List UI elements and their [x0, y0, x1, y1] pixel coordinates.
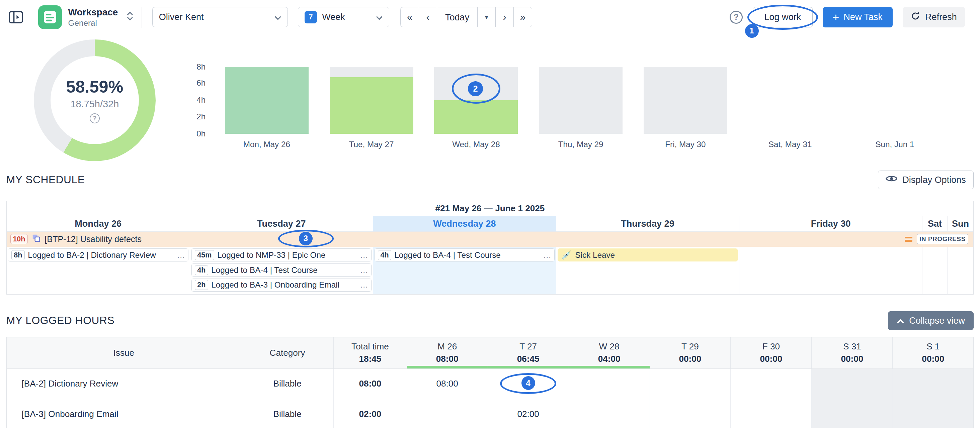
- column-category: Category: [241, 338, 333, 368]
- card-menu-icon[interactable]: …: [543, 251, 551, 259]
- day-header-saturday: Sat: [922, 216, 947, 231]
- column-day: T 2706:45: [488, 338, 569, 368]
- day-cell[interactable]: [569, 369, 650, 399]
- user-select[interactable]: Oliver Kent: [152, 7, 288, 27]
- workspace-selector[interactable]: Workspace General: [38, 5, 133, 29]
- card-menu-icon[interactable]: …: [177, 251, 185, 259]
- day-cell[interactable]: [569, 399, 650, 428]
- day-cell[interactable]: [650, 399, 731, 428]
- total-cell: 02:00: [333, 399, 406, 428]
- issue-cell[interactable]: [BA-2] Dictionary Review: [7, 369, 241, 399]
- table-row: [BA-3] Onboarding Email Billable 02:00 0…: [7, 399, 974, 428]
- y-tick: 2h: [196, 112, 205, 122]
- worklog-text: Logged to BA-2 | Dictionary Review: [28, 250, 174, 260]
- bar-label: Wed, May 28: [424, 140, 528, 149]
- collapse-view-button[interactable]: Collapse view: [888, 311, 974, 330]
- schedule-cell-monday[interactable]: 8h Logged to BA-2 | Dictionary Review …: [7, 247, 190, 294]
- day-cell[interactable]: [650, 369, 731, 399]
- annotation-4-badge: 4: [522, 376, 535, 390]
- chevron-right-icon: ›: [503, 12, 506, 22]
- refresh-icon: [911, 11, 920, 23]
- schedule-cell-friday[interactable]: [739, 247, 922, 294]
- schedule-cell-thursday[interactable]: 💉 Sick Leave: [556, 247, 739, 294]
- sidebar-toggle-icon[interactable]: [9, 10, 23, 24]
- schedule-cell-tuesday[interactable]: 45m Logged to NMP-33 | Epic One … 4h Log…: [190, 247, 373, 294]
- day-cell[interactable]: 08:00: [407, 369, 488, 399]
- y-tick: 6h: [196, 78, 205, 88]
- bar-sunday: Sun, Jun 1: [842, 67, 947, 149]
- day-cell[interactable]: 4: [488, 369, 569, 399]
- worklog-duration-badge: 4h: [378, 250, 391, 260]
- logged-table-header: Issue Category Total time 18:45 M 2608:0…: [7, 338, 974, 369]
- day-cell[interactable]: [407, 399, 488, 428]
- toolbar: Workspace General Oliver Kent 7 Week « ‹…: [0, 0, 980, 35]
- first-week-button[interactable]: «: [400, 7, 419, 27]
- charts-section: 58.59% 18.75h/32h ? 8h 6h 4h 2h 0h: [0, 35, 980, 159]
- worklog-card[interactable]: 4h Logged to BA-4 | Test Course …: [374, 249, 555, 262]
- log-work-label: Log work: [764, 12, 801, 22]
- refresh-label: Refresh: [925, 12, 957, 22]
- day-cell[interactable]: [811, 399, 892, 428]
- schedule-day-headers: Monday 26 Tuesday 27 Wednesday 28 Thursd…: [7, 216, 974, 232]
- plus-icon: +: [833, 12, 839, 23]
- card-menu-icon[interactable]: …: [360, 251, 368, 259]
- card-menu-icon[interactable]: …: [360, 281, 368, 289]
- column-day: S 3100:00: [811, 338, 892, 368]
- weekly-bar-chart: 8h 6h 4h 2h 0h Mon, May 26 Tue, May 27: [0, 67, 980, 149]
- scheduled-task-row[interactable]: 10h [BTP-12] Usability defects IN PROGRE…: [7, 232, 974, 247]
- worklog-card[interactable]: 45m Logged to NMP-33 | Epic One …: [191, 249, 372, 262]
- logged-hours-header: MY LOGGED HOURS Collapse view: [6, 311, 974, 330]
- next-week-button[interactable]: ›: [495, 7, 514, 27]
- refresh-button[interactable]: Refresh: [903, 7, 965, 28]
- workspace-title: Workspace: [68, 6, 118, 18]
- bar-label: Tue, May 27: [319, 140, 424, 149]
- day-cell[interactable]: [892, 369, 973, 399]
- bar-saturday: Sat, May 31: [738, 67, 842, 149]
- log-work-button[interactable]: Log work 1: [753, 7, 813, 28]
- bar-friday: Fri, May 30: [633, 67, 738, 149]
- card-menu-icon[interactable]: …: [360, 266, 368, 274]
- leave-label: Sick Leave: [575, 250, 615, 260]
- double-chevron-right-icon: »: [520, 12, 526, 22]
- schedule-cell-wednesday[interactable]: 4h Logged to BA-4 | Test Course …: [373, 247, 556, 294]
- column-total: Total time 18:45: [333, 338, 406, 368]
- column-issue: Issue: [7, 338, 241, 368]
- column-day: T 2900:00: [650, 338, 731, 368]
- display-options-label: Display Options: [902, 174, 966, 185]
- schedule-body: 8h Logged to BA-2 | Dictionary Review … …: [7, 247, 974, 294]
- issue-cell[interactable]: [BA-3] Onboarding Email: [7, 399, 241, 428]
- day-cell[interactable]: [811, 369, 892, 399]
- status-badge: IN PROGRESS: [917, 234, 969, 244]
- category-cell: Billable: [241, 369, 333, 399]
- day-header-thursday: Thursday 29: [556, 216, 739, 231]
- help-icon[interactable]: ?: [730, 11, 743, 24]
- period-select[interactable]: 7 Week: [298, 7, 389, 27]
- y-axis: 8h 6h 4h 2h 0h: [0, 67, 214, 134]
- worklog-card[interactable]: 2h Logged to BA-3 | Onboarding Email …: [191, 279, 372, 292]
- schedule-cell-saturday[interactable]: [922, 247, 947, 294]
- day-cell[interactable]: [730, 369, 811, 399]
- today-dropdown-button[interactable]: ▾: [477, 7, 496, 27]
- schedule-cell-sunday[interactable]: [947, 247, 973, 294]
- sick-leave-card[interactable]: 💉 Sick Leave: [558, 249, 738, 262]
- new-task-button[interactable]: + New Task: [823, 7, 892, 28]
- chevron-up-icon: [897, 315, 904, 326]
- workspace-logo-icon: [38, 5, 62, 29]
- worklog-text: Logged to NMP-33 | Epic One: [217, 250, 357, 260]
- column-day: F 3000:00: [730, 338, 811, 368]
- previous-week-button[interactable]: ‹: [419, 7, 438, 27]
- chevron-left-icon: ‹: [426, 12, 430, 22]
- bar-thursday: Thu, May 29: [528, 67, 633, 149]
- day-cell[interactable]: [892, 399, 973, 428]
- worklog-card[interactable]: 8h Logged to BA-2 | Dictionary Review …: [8, 249, 188, 262]
- display-options-button[interactable]: Display Options: [878, 171, 974, 189]
- unfold-icon: [127, 11, 133, 23]
- day-cell[interactable]: [730, 399, 811, 428]
- today-button[interactable]: Today: [437, 7, 478, 27]
- worklog-card[interactable]: 4h Logged to BA-4 | Test Course …: [191, 263, 372, 277]
- week-range-label: #21 May 26 — June 1 2025: [7, 201, 974, 216]
- workspace-subtitle: General: [68, 18, 118, 28]
- day-cell[interactable]: 02:00: [488, 399, 569, 428]
- schedule-title: MY SCHEDULE: [6, 174, 85, 186]
- last-week-button[interactable]: »: [514, 7, 532, 27]
